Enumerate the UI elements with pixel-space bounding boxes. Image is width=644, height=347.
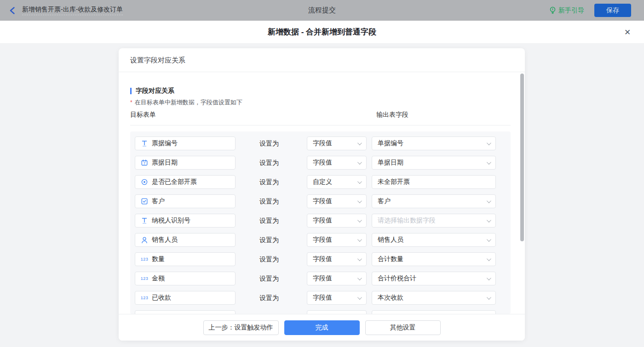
mode-select-value: 字段值: [313, 216, 332, 225]
target-field-box: 纳税人识别号: [135, 214, 236, 228]
target-field-label: 已收款: [152, 294, 171, 302]
target-field-label: 客户: [152, 197, 165, 205]
chevron-down-icon: [487, 160, 491, 165]
chevron-down-icon: [357, 276, 362, 280]
top-bar: 新增销售开票-出库-收款及修改订单 流程提交 新手引导 保存: [0, 0, 644, 21]
field-mapping-rows: 票据编号 设置为 字段值 单据编号 7 票据日期 设置为 字段值 单据日期 是否…: [130, 131, 511, 314]
output-field-select[interactable]: 销售人员: [372, 233, 496, 247]
card-title: 设置字段对应关系: [119, 48, 525, 72]
chevron-down-icon: [487, 256, 491, 261]
number-field-icon: 123: [141, 257, 148, 262]
column-header-output-field: 输出表字段: [376, 111, 408, 119]
set-as-label: 设置为: [251, 252, 288, 266]
custom-value-input[interactable]: 未全部开票: [372, 175, 496, 189]
target-field-label: 票据编号: [152, 139, 178, 148]
set-as-label: 设置为: [251, 194, 288, 208]
required-asterisk: *: [130, 99, 132, 106]
output-field-select[interactable]: 单据日期: [372, 156, 496, 170]
mode-select[interactable]: 字段值: [307, 252, 367, 266]
set-as-label: 设置为: [251, 175, 288, 189]
output-field-select[interactable]: 本次收款: [372, 291, 496, 305]
output-field-select[interactable]: 客户: [372, 194, 496, 208]
mode-select[interactable]: 字段值: [307, 156, 367, 170]
user-field-icon: [141, 237, 148, 244]
output-field-select[interactable]: 请选择输出数据字段: [372, 214, 496, 228]
field-mapping-row: 票据编号 设置为 字段值 单据编号: [130, 137, 511, 150]
output-field-value: 单据日期: [378, 159, 403, 167]
target-field-label: 金额: [152, 274, 165, 283]
target-field-label: 票据日期: [152, 159, 178, 167]
set-as-label: 设置为: [251, 291, 288, 305]
chevron-down-icon: [487, 218, 491, 222]
output-field-select[interactable]: 单据编号: [372, 137, 496, 150]
target-field-box: [135, 310, 236, 314]
set-as-label: 设置为: [251, 156, 288, 170]
field-mapping-row: 是否已全部开票 设置为 自定义 未全部开票: [130, 175, 511, 189]
target-field-label: 纳税人识别号: [152, 216, 190, 225]
mode-select[interactable]: 字段值: [307, 291, 367, 305]
mode-select[interactable]: 字段值: [307, 272, 367, 285]
mode-select-value: 字段值: [313, 139, 332, 148]
output-field-value: 本次收款: [378, 294, 403, 302]
target-field-label: 是否已全部开票: [152, 178, 197, 186]
output-field-value: 未全部开票: [378, 178, 410, 186]
field-mapping-card: 设置字段对应关系 字段对应关系 *在目标表单中新增数据，字段值设置如下 目标表单…: [119, 48, 525, 341]
chevron-down-icon: [487, 141, 491, 145]
chevron-down-icon: [357, 179, 362, 184]
save-button[interactable]: 保存: [594, 4, 631, 17]
date-field-icon: 7: [141, 159, 148, 166]
number-field-icon: 123: [141, 296, 148, 300]
chevron-down-icon: [357, 256, 362, 261]
set-as-label: 设置为: [251, 233, 288, 247]
mode-select[interactable]: 自定义: [307, 175, 367, 189]
chevron-down-icon: [357, 141, 362, 145]
mode-select[interactable]: 字段值: [307, 137, 367, 150]
set-as-label: 设置为: [251, 137, 288, 150]
target-field-box: 123 已收款: [135, 291, 236, 305]
text-field-icon: [141, 140, 148, 147]
field-mapping-row: 7 票据日期 设置为 字段值 单据日期: [130, 156, 511, 170]
field-mapping-row: 123 金额 设置为 字段值 合计价税合计: [130, 272, 511, 285]
lightbulb-icon: [549, 6, 556, 14]
mode-select[interactable]: 字段值: [307, 214, 367, 228]
output-field-value: 请选择输出数据字段: [378, 216, 436, 225]
set-as-label: 设置为: [251, 272, 288, 285]
close-icon[interactable]: ✕: [622, 27, 633, 38]
field-mapping-row: 纳税人识别号 设置为 字段值 请选择输出数据字段: [130, 214, 511, 228]
section-accent-bar: [130, 88, 132, 94]
output-field-select[interactable]: 合计数量: [372, 252, 496, 266]
beginner-guide-link[interactable]: 新手引导: [549, 6, 584, 15]
other-settings-button[interactable]: 其他设置: [365, 320, 441, 335]
set-as-label: [251, 310, 288, 314]
output-field-select[interactable]: 合计价税合计: [372, 272, 496, 285]
field-mapping-row: 客户 设置为 字段值 客户: [130, 194, 511, 208]
chevron-down-icon: [487, 276, 491, 280]
flow-title: 新增销售开票-出库-收款及修改订单: [22, 6, 123, 15]
output-field-value: 客户: [378, 197, 391, 205]
header-divider: [130, 125, 511, 125]
back-button[interactable]: [6, 5, 17, 16]
finish-button[interactable]: 完成: [284, 320, 360, 335]
output-field-value: 销售人员: [378, 236, 403, 244]
chevron-down-icon: [357, 218, 362, 222]
chevron-down-icon: [487, 199, 491, 203]
chevron-down-icon: [487, 295, 491, 300]
target-field-box: 是否已全部开票: [135, 175, 236, 189]
mode-select-value: 字段值: [313, 197, 332, 205]
chevron-left-icon: [9, 7, 15, 14]
prev-step-button[interactable]: 上一步：设置触发动作: [203, 320, 279, 335]
mode-select-value: 字段值: [313, 274, 332, 283]
mode-select[interactable]: [307, 310, 367, 314]
target-field-box: 123 数量: [135, 252, 236, 266]
mode-select[interactable]: 字段值: [307, 233, 367, 247]
chevron-down-icon: [357, 295, 362, 300]
output-field-select[interactable]: [372, 310, 496, 314]
chevron-down-icon: [357, 160, 362, 165]
dialog-title: 新增数据 - 合并新增到普通字段: [268, 27, 376, 37]
chevron-down-icon: [357, 199, 362, 203]
beginner-guide-label: 新手引导: [558, 6, 584, 15]
vertical-scrollbar-thumb[interactable]: [520, 74, 524, 241]
field-mapping-row: 123 已收款 设置为 字段值 本次收款: [130, 291, 511, 305]
mode-select[interactable]: 字段值: [307, 194, 367, 208]
output-field-value: 合计价税合计: [378, 274, 416, 283]
